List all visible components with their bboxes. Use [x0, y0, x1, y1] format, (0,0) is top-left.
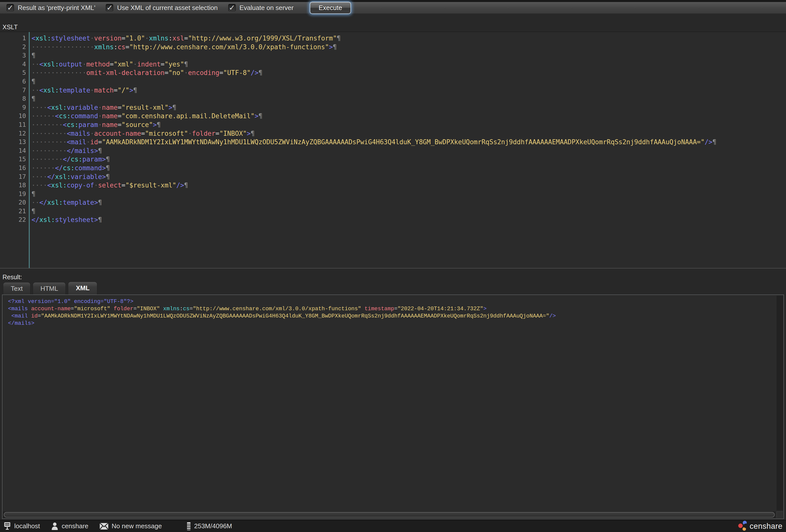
mail-icon [99, 523, 109, 530]
evaluate-server-checkbox[interactable]: ✓ [228, 4, 236, 11]
line-number: 7 [0, 86, 26, 95]
tab-html[interactable]: HTML [33, 282, 66, 295]
line-number: 21 [0, 207, 26, 216]
toolbar: ✓ Result as 'pretty-print XML' ✓ Use XML… [0, 2, 786, 14]
use-xml-checkbox[interactable]: ✓ [106, 4, 113, 11]
line-number: 15 [0, 155, 26, 164]
code-line: ··</xsl:template>¶ [31, 198, 785, 207]
censhare-logo: censhare [738, 520, 783, 532]
code-line: ¶ [31, 51, 785, 60]
execute-button[interactable]: Execute [310, 2, 351, 14]
horizontal-scrollbar-thumb[interactable] [4, 512, 775, 517]
line-number: 4 [0, 60, 26, 69]
line-number: 5 [0, 69, 26, 77]
pretty-print-checkbox[interactable]: ✓ [6, 4, 14, 11]
tab-xml[interactable]: XML [68, 282, 97, 296]
censhare-logo-text: censhare [749, 522, 783, 531]
code-line: ·········<mail·id="AAMkADRkNDM1Y2IxLWY1M… [31, 138, 785, 146]
status-server-label: localhost [14, 522, 40, 530]
server-icon [3, 522, 11, 531]
memory-icon [187, 522, 191, 531]
code-line: ¶ [31, 94, 785, 103]
censhare-logo-icon [738, 520, 748, 532]
line-number: 3 [0, 51, 26, 60]
status-bar: localhost censhare No new message [0, 520, 786, 532]
code-line: </xsl:stylesheet>¶ [31, 215, 785, 224]
code-line: ····</xsl:variable>¶ [31, 172, 785, 181]
xslt-code-area[interactable]: <xsl:stylesheet·version="1.0"·xmlns:xsl=… [31, 34, 785, 224]
code-line: ······<cs:command·name="com.censhare.api… [31, 112, 785, 120]
scrollbar-corner [777, 511, 783, 518]
line-number: 22 [0, 215, 26, 224]
line-number: 11 [0, 120, 26, 129]
status-memory[interactable]: 253M/4096M [187, 522, 232, 531]
line-number: 20 [0, 198, 26, 207]
code-line: ¶ [31, 207, 785, 216]
code-line: <mails account-name="microsoft" folder="… [8, 305, 775, 313]
use-xml-label: Use XML of current asset selection [117, 4, 217, 12]
horizontal-scrollbar[interactable] [3, 511, 776, 518]
code-line: ····<xsl:variable·name="result-xml">¶ [31, 103, 785, 112]
line-number: 12 [0, 129, 26, 138]
status-messages-label: No new message [112, 522, 162, 530]
code-line: <?xml version="1.0" encoding="UTF-8"?> [8, 298, 775, 305]
evaluate-server-label: Evaluate on server [239, 4, 294, 12]
xslt-editor: 12345678910111213141516171819202122 <xsl… [0, 31, 786, 269]
line-number: 8 [0, 94, 26, 103]
window-top-strip [0, 0, 786, 2]
checkbox-group-evaluate-server: ✓ Evaluate on server [228, 4, 294, 12]
user-icon [51, 522, 59, 531]
code-line: ········</cs:param>¶ [31, 155, 785, 164]
status-messages[interactable]: No new message [99, 522, 162, 530]
code-line: ¶ [31, 77, 785, 86]
code-line: ·········<mails·account-name="microsoft"… [31, 129, 785, 138]
line-number-gutter: 12345678910111213141516171819202122 [0, 34, 26, 224]
gutter-separator [29, 32, 30, 268]
line-number: 1 [0, 34, 26, 43]
line-number: 14 [0, 146, 26, 155]
code-line: <mail id="AAMkADRkNDM1Y2IxLWY1MWYtNDAwNy… [8, 313, 775, 320]
line-number: 17 [0, 172, 26, 181]
checkbox-group-use-xml: ✓ Use XML of current asset selection [106, 4, 217, 12]
line-number: 19 [0, 190, 26, 199]
code-line: ········<cs:param·name="source">¶ [31, 120, 785, 129]
line-number: 9 [0, 103, 26, 112]
line-number: 18 [0, 181, 26, 190]
line-number: 13 [0, 138, 26, 146]
result-tabs: Text HTML XML [3, 282, 97, 295]
code-line: ················xmlns:cs="http://www.cen… [31, 43, 785, 51]
status-user-label: censhare [62, 522, 89, 530]
line-number: 10 [0, 112, 26, 120]
line-number: 2 [0, 43, 26, 51]
code-line: ··············omit-xml-declaration="no"·… [31, 69, 785, 77]
status-user[interactable]: censhare [51, 522, 89, 531]
code-line: ·········</mails>¶ [31, 146, 785, 155]
status-memory-label: 253M/4096M [194, 522, 232, 530]
code-line: <xsl:stylesheet·version="1.0"·xmlns:xsl=… [31, 34, 785, 43]
result-section-label: Result: [2, 274, 22, 281]
code-line: ¶ [31, 190, 785, 199]
code-line: ····<xsl:copy-of·select="$result-xml"/>¶ [31, 181, 785, 190]
xslt-section-label: XSLT [2, 23, 18, 31]
code-line: ··<xsl:output·method="xml"·indent="yes"¶ [31, 60, 785, 69]
code-line: ······</cs:command>¶ [31, 164, 785, 172]
checkbox-group-pretty-print: ✓ Result as 'pretty-print XML' [6, 4, 95, 12]
code-line: ··<xsl:template·match="/">¶ [31, 86, 785, 95]
code-line: </mails> [8, 320, 775, 327]
tab-text[interactable]: Text [3, 282, 30, 295]
status-server[interactable]: localhost [3, 522, 40, 531]
line-number: 16 [0, 164, 26, 172]
line-number: 6 [0, 77, 26, 86]
vertical-scrollbar[interactable] [777, 296, 783, 510]
result-panel: <?xml version="1.0" encoding="UTF-8"?><m… [2, 295, 784, 519]
pretty-print-label: Result as 'pretty-print XML' [18, 4, 95, 12]
result-xml-view[interactable]: <?xml version="1.0" encoding="UTF-8"?><m… [8, 298, 775, 327]
